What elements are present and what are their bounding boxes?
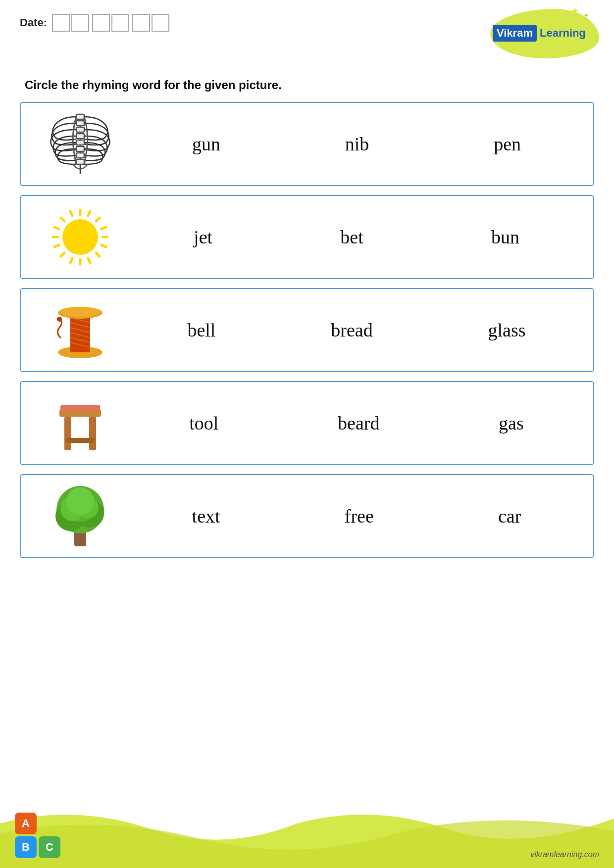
row-ribcage: gun nib pen (20, 102, 594, 186)
svg-rect-5 (76, 140, 84, 145)
row-stool: tool beard gas (20, 381, 594, 465)
row-thread-spool: bell bread glass (20, 288, 594, 372)
stool-icon (46, 391, 115, 455)
word-bread[interactable]: bread (326, 317, 377, 343)
word-gun[interactable]: gun (187, 131, 225, 157)
svg-line-13 (61, 218, 64, 221)
svg-rect-41 (66, 438, 94, 443)
svg-rect-38 (59, 410, 101, 417)
abc-block-b: B (15, 836, 37, 858)
instruction: Circle the rhyming word for the given pi… (0, 58, 614, 102)
abc-block-a: A (15, 813, 37, 834)
words-cell-tree: text free car (130, 503, 583, 529)
svg-line-18 (88, 211, 90, 216)
date-section: Date: (20, 14, 169, 32)
star-icon-2: ✦ (583, 11, 589, 19)
svg-rect-3 (76, 127, 84, 132)
abc-block-c: C (39, 836, 60, 858)
date-box-3[interactable] (92, 14, 110, 32)
word-glass[interactable]: glass (483, 317, 531, 343)
picture-cell-stool (31, 391, 130, 455)
sun-icon (46, 205, 115, 269)
words-cell-stool: tool beard gas (130, 410, 583, 436)
word-free[interactable]: free (340, 503, 379, 529)
svg-line-23 (102, 227, 106, 229)
word-beard[interactable]: beard (333, 410, 384, 436)
svg-rect-6 (76, 146, 84, 151)
date-boxes (52, 14, 169, 32)
spool-icon (46, 298, 115, 362)
footer-url: vikramlearning.com (530, 850, 599, 859)
svg-point-35 (59, 307, 101, 317)
svg-line-15 (61, 253, 64, 256)
logo-area: ★ ✦ Vikram Learning (485, 14, 594, 58)
word-gas[interactable]: gas (494, 410, 529, 436)
date-box-6[interactable] (152, 14, 169, 32)
words-cell-spool: bell bread glass (130, 317, 583, 343)
date-box-5[interactable] (132, 14, 150, 32)
svg-line-21 (54, 227, 59, 229)
word-bun[interactable]: bun (486, 224, 524, 250)
picture-cell-spool (31, 298, 130, 362)
date-box-4[interactable] (111, 14, 129, 32)
logo-vikram: Vikram (493, 25, 537, 42)
date-box-2[interactable] (71, 14, 89, 32)
svg-rect-39 (64, 417, 71, 450)
date-box-1[interactable] (52, 14, 70, 32)
svg-rect-2 (76, 121, 84, 126)
date-label: Date: (20, 16, 47, 29)
svg-line-22 (54, 245, 59, 247)
word-tool[interactable]: tool (184, 410, 223, 436)
svg-line-20 (88, 258, 90, 263)
svg-rect-8 (76, 159, 84, 164)
date-box-group-3 (132, 14, 169, 32)
logo-text: Vikram Learning (493, 25, 586, 42)
word-bell[interactable]: bell (182, 317, 220, 343)
footer-abc-blocks: A B C (15, 813, 60, 858)
word-car[interactable]: car (493, 503, 526, 529)
rows-container: gun nib pen (0, 102, 614, 558)
row-tree: text free car (20, 474, 594, 558)
picture-cell-ribcage (31, 112, 130, 176)
svg-line-16 (96, 253, 100, 256)
svg-point-49 (66, 487, 94, 515)
svg-rect-40 (89, 417, 96, 450)
word-nib[interactable]: nib (340, 131, 374, 157)
svg-point-25 (62, 219, 98, 255)
svg-line-19 (70, 258, 72, 263)
svg-rect-4 (76, 134, 84, 139)
word-bet[interactable]: bet (335, 224, 368, 250)
ribcage-icon (46, 112, 115, 176)
word-pen[interactable]: pen (489, 131, 526, 157)
svg-point-36 (57, 317, 62, 322)
row-sun: jet bet bun (20, 195, 594, 279)
date-box-group-2 (92, 14, 129, 32)
svg-line-14 (96, 218, 100, 221)
svg-line-17 (70, 211, 72, 216)
picture-cell-tree (31, 484, 130, 548)
date-box-group-1 (52, 14, 89, 32)
tree-icon (46, 484, 115, 548)
words-cell-sun: jet bet bun (130, 224, 583, 250)
svg-rect-1 (76, 114, 84, 119)
svg-line-24 (102, 245, 106, 247)
word-text[interactable]: text (187, 503, 225, 529)
footer-wave-svg (0, 804, 614, 868)
words-cell-ribcage: gun nib pen (130, 131, 583, 157)
svg-rect-7 (76, 153, 84, 158)
star-icon-1: ★ (570, 5, 579, 17)
word-jet[interactable]: jet (189, 224, 217, 250)
logo-learning: Learning (540, 27, 586, 40)
top-bar: Date: ★ ✦ Vikram Learning (0, 0, 614, 58)
footer: A B C vikramlearning.com (0, 804, 614, 868)
picture-cell-sun (31, 205, 130, 269)
